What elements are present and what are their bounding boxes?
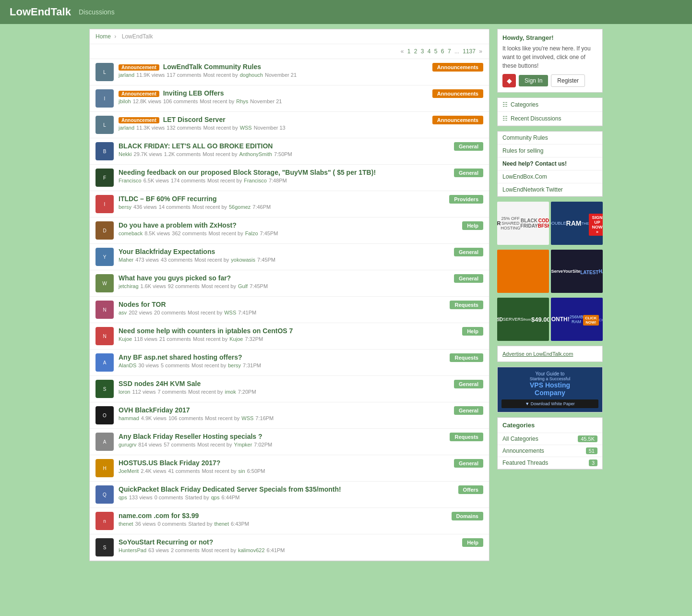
thread-title-14[interactable]: OVH BlackFriday 2017 — [119, 406, 449, 414]
sidebar-item-recent[interactable]: ☷ Recent Discussions — [498, 112, 602, 126]
cat-btn-1[interactable]: Announcements — [432, 63, 483, 72]
page-last[interactable]: 1137 — [463, 48, 476, 55]
author-7[interactable]: comeback — [119, 230, 143, 236]
thread-title-12[interactable]: Any BF asp.net shared hosting offers? — [119, 353, 445, 361]
cat-btn-4[interactable]: General — [454, 142, 483, 151]
page-5[interactable]: 5 — [434, 48, 438, 55]
page-7[interactable]: 7 — [448, 48, 451, 55]
recent-user-15[interactable]: Ympker — [234, 442, 252, 447]
thread-title-2[interactable]: Announcement Inviting LEB Offers — [119, 89, 428, 97]
thread-title-1[interactable]: Announcement LowEndTalk Community Rules — [119, 63, 428, 71]
page-3[interactable]: 3 — [421, 48, 424, 55]
thread-title-5[interactable]: Needing feedback on our proposed Block S… — [119, 169, 449, 176]
recent-user-14[interactable]: WSS — [241, 415, 253, 421]
page-2[interactable]: 2 — [414, 48, 418, 55]
author-17[interactable]: qps — [119, 495, 127, 500]
cat-btn-15[interactable]: Requests — [450, 433, 483, 441]
recent-user-18[interactable]: thenet — [214, 521, 229, 527]
recent-user-7[interactable]: Falzo — [245, 230, 258, 236]
recent-discussions-link[interactable]: Recent Discussions — [511, 115, 561, 122]
cat-btn-2[interactable]: Announcements — [432, 89, 483, 98]
thread-title-7[interactable]: Do you have a problem with ZxHost? — [119, 221, 457, 229]
cat-btn-9[interactable]: General — [454, 274, 483, 283]
recent-user-17[interactable]: qps — [211, 495, 220, 500]
cat-featured-link[interactable]: Featured Threads — [502, 459, 548, 466]
cat-btn-6[interactable]: Providers — [449, 195, 483, 204]
cat-btn-18[interactable]: Domains — [452, 512, 483, 520]
cat-btn-17[interactable]: Offers — [458, 485, 483, 494]
recent-user-11[interactable]: Kujoe — [229, 336, 243, 342]
page-4[interactable]: 4 — [428, 48, 431, 55]
author-18[interactable]: thenet — [119, 521, 133, 527]
ad-hostsailor[interactable]: HOSTS▶ILOR 25% OFF SHARED HOSTING BLACK … — [497, 202, 549, 245]
recent-user-19[interactable]: kalimov622 — [238, 547, 265, 553]
thread-title-19[interactable]: SoYouStart Recurring or not? — [119, 538, 457, 546]
cat-btn-11[interactable]: Help — [462, 327, 483, 336]
cat-announcements-link[interactable]: Announcements — [502, 447, 544, 454]
author-9[interactable]: jetchirag — [119, 283, 139, 289]
thread-title-9[interactable]: What have you guys picked so far? — [119, 274, 449, 282]
author-10[interactable]: asv — [119, 310, 127, 315]
recent-user-10[interactable]: WSS — [224, 310, 236, 315]
author-1[interactable]: jarland — [119, 72, 134, 78]
author-19[interactable]: HuntersPad — [119, 547, 146, 553]
author-13[interactable]: loron — [119, 389, 130, 395]
recent-user-12[interactable]: bersy — [228, 362, 241, 368]
author-12[interactable]: AlanDS — [119, 362, 136, 368]
thread-title-4[interactable]: BLACK FRIDAY: LET'S ALL GO BROKE EDITION — [119, 142, 449, 150]
register-button[interactable]: Register — [551, 74, 585, 87]
recent-user-4[interactable]: AnthonySmith — [239, 151, 272, 157]
cat-btn-14[interactable]: General — [454, 406, 483, 415]
cat-btn-3[interactable]: Announcements — [432, 116, 483, 124]
recent-user-8[interactable]: yokowasis — [231, 257, 255, 263]
author-6[interactable]: bersy — [119, 204, 131, 210]
recent-user-6[interactable]: 56gomez — [229, 204, 251, 210]
thread-title-17[interactable]: QuickPacket Black Friday Dedicated Serve… — [119, 485, 453, 493]
page-6[interactable]: 6 — [441, 48, 444, 55]
author-15[interactable]: gurugrv — [119, 442, 136, 447]
recent-user-16[interactable]: sin — [239, 468, 245, 474]
thread-title-3[interactable]: Announcement LET Discord Server — [119, 116, 428, 123]
signin-button[interactable]: Sign In — [519, 75, 548, 86]
page-1[interactable]: 1 — [407, 48, 411, 55]
recent-user-9[interactable]: Gulf — [238, 283, 248, 289]
cat-btn-5[interactable]: General — [454, 169, 483, 177]
thread-title-15[interactable]: Any Black Friday Reseller Hosting specia… — [119, 433, 445, 440]
recent-user-3[interactable]: WSS — [240, 125, 252, 131]
link-rules-selling[interactable]: Rules for selling — [498, 145, 602, 157]
author-2[interactable]: jbiloh — [119, 98, 131, 104]
cat-announcements[interactable]: Announcements 51 — [498, 445, 602, 457]
ad-double-ram[interactable]: DOUBLE RAM THE SIGN UP NOW » — [551, 202, 603, 245]
thread-title-16[interactable]: HOSTUS.US Black Friday 2017? — [119, 459, 449, 467]
ad-hybrid-servers[interactable]: Instantly Deployed HYBRID SERVERS from $… — [497, 298, 549, 341]
author-8[interactable]: Maher — [119, 257, 133, 263]
cat-btn-7[interactable]: Help — [462, 221, 483, 230]
cat-btn-8[interactable]: General — [454, 248, 483, 256]
author-16[interactable]: JoeMerit — [119, 468, 139, 474]
link-lowendnetwork[interactable]: LowEndNetwork Twitter — [498, 183, 602, 196]
cat-all-link[interactable]: All Categories — [502, 435, 538, 442]
cat-btn-10[interactable]: Requests — [450, 301, 483, 309]
cat-btn-13[interactable]: General — [454, 380, 483, 388]
advertise-link[interactable]: Advertise on LowEndTalk.com — [502, 351, 597, 357]
thread-title-11[interactable]: Need some help with counters in iptables… — [119, 327, 457, 335]
breadcrumb-home[interactable]: Home — [95, 33, 111, 40]
link-lowendbox[interactable]: LowEndBox.Com — [498, 170, 602, 183]
thread-title-18[interactable]: name.com .com for $3.99 — [119, 512, 447, 519]
cat-featured[interactable]: Featured Threads 3 — [498, 457, 602, 469]
recent-user-1[interactable]: doghouch — [240, 72, 263, 78]
recent-user-5[interactable]: Francisco — [244, 178, 267, 183]
sidebar-item-categories[interactable]: ☷ Categories — [498, 98, 602, 112]
cat-btn-12[interactable]: Requests — [450, 353, 483, 362]
thread-title-10[interactable]: Nodes for TOR — [119, 301, 445, 308]
link-contact[interactable]: Need help? Contact us! — [498, 157, 602, 170]
ad-whitelabel[interactable]: WHITELABEL ServeYourSite LATEST HARDWARE — [551, 250, 603, 293]
recent-user-13[interactable]: imok — [225, 389, 236, 395]
thread-title-8[interactable]: Your Blackfriday Expectations — [119, 248, 449, 255]
author-4[interactable]: Nekki — [119, 151, 132, 157]
author-3[interactable]: jarland — [119, 125, 134, 131]
cat-all[interactable]: All Categories 45.5K — [498, 433, 602, 445]
ad-orange[interactable] — [497, 250, 549, 293]
cat-btn-19[interactable]: Help — [462, 538, 483, 547]
link-community-rules[interactable]: Community Rules — [498, 132, 602, 145]
